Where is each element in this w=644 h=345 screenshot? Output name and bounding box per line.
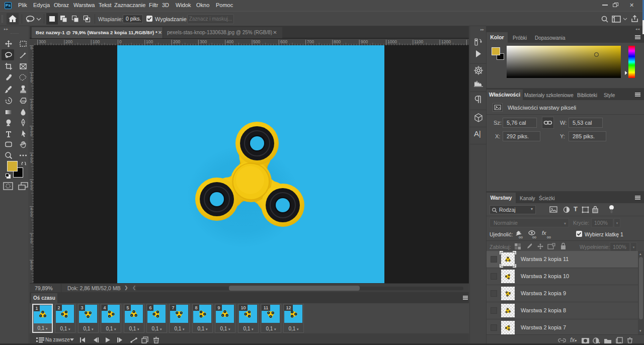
svg-text:oo: oo [519, 235, 523, 239]
svg-text:oo: oo [547, 235, 551, 239]
svg-text:fx: fx [542, 230, 546, 236]
svg-text:oo: oo [532, 235, 536, 239]
